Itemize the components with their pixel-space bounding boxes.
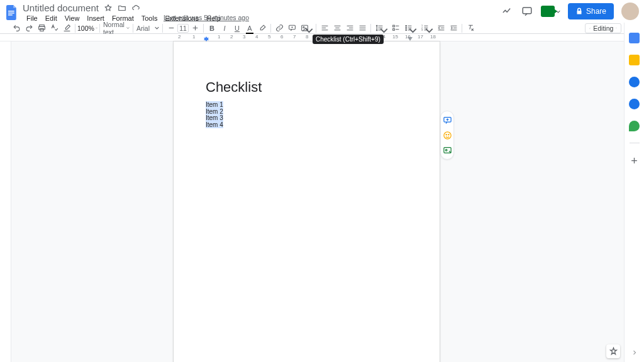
- docs-logo-icon[interactable]: [6, 5, 18, 20]
- suggest-edits-side-button[interactable]: [442, 145, 452, 155]
- svg-rect-1: [8, 13, 14, 14]
- titlebar: Untitled document File Edit View Insert …: [0, 0, 644, 21]
- ruler-tick: 5: [268, 34, 270, 40]
- svg-rect-10: [392, 25, 394, 27]
- svg-rect-11: [392, 29, 394, 31]
- share-label: Share: [586, 7, 606, 16]
- svg-point-12: [405, 25, 406, 26]
- paragraph-style-select[interactable]: Normal text: [102, 21, 131, 36]
- ruler-tick: 15: [392, 34, 398, 40]
- get-addons-button[interactable]: +: [631, 155, 638, 168]
- list-item[interactable]: Item 2: [206, 108, 223, 115]
- explore-button[interactable]: [606, 344, 620, 358]
- ruler-tick: 1: [218, 34, 220, 40]
- font-size-input[interactable]: 11: [177, 24, 189, 33]
- svg-point-23: [445, 149, 447, 151]
- editor-canvas: Checklist Item 1 Item 2 Item 3 Item 4: [0, 41, 624, 362]
- spellcheck-button[interactable]: [49, 23, 59, 33]
- document-body[interactable]: Item 1 Item 2 Item 3 Item 4: [206, 102, 223, 128]
- ruler-tick: 7: [293, 34, 296, 40]
- ruler-tick: 18: [430, 34, 436, 40]
- menu-tools[interactable]: Tools: [138, 13, 162, 23]
- svg-rect-2: [8, 14, 13, 16]
- decrease-indent-button[interactable]: [436, 23, 446, 33]
- star-icon[interactable]: [104, 4, 113, 13]
- calendar-app-icon[interactable]: [629, 33, 640, 43]
- clear-formatting-button[interactable]: [465, 23, 475, 33]
- meet-button[interactable]: [541, 6, 560, 17]
- ruler-tick: 8: [306, 34, 308, 40]
- account-avatar[interactable]: [621, 3, 639, 20]
- activity-icon[interactable]: [501, 5, 513, 18]
- underline-button[interactable]: U: [232, 23, 242, 33]
- undo-button[interactable]: [11, 23, 21, 33]
- horizontal-ruler[interactable]: 21123456789101112131415161718: [0, 34, 624, 41]
- tasks-app-icon[interactable]: [629, 77, 640, 87]
- titlebar-right: Share: [501, 3, 639, 20]
- insert-image-button[interactable]: [299, 23, 309, 33]
- list-item[interactable]: Item 3: [206, 114, 223, 121]
- page[interactable]: Checklist Item 1 Item 2 Item 3 Item 4: [174, 41, 440, 362]
- ruler-tick: 3: [243, 34, 245, 40]
- line-spacing-button[interactable]: [374, 23, 384, 33]
- increase-indent-button[interactable]: [448, 23, 458, 33]
- ruler-tick: 6: [280, 34, 283, 40]
- list-item[interactable]: Item 1: [206, 101, 223, 108]
- align-center-button[interactable]: [332, 23, 342, 33]
- keep-app-icon[interactable]: [629, 55, 640, 65]
- add-comment-side-button[interactable]: [442, 115, 452, 125]
- redo-button[interactable]: [24, 23, 34, 33]
- align-right-button[interactable]: [345, 23, 355, 33]
- svg-rect-3: [523, 8, 531, 14]
- decrease-font-size-button[interactable]: [166, 23, 176, 33]
- checklist-button[interactable]: [391, 23, 401, 33]
- italic-button[interactable]: I: [219, 23, 230, 33]
- align-justify-button[interactable]: [357, 23, 367, 33]
- increase-font-size-button[interactable]: [190, 23, 200, 33]
- page-side-tools: [440, 111, 454, 160]
- svg-point-13: [405, 28, 406, 29]
- comments-history-icon[interactable]: [521, 5, 533, 18]
- svg-point-20: [446, 134, 447, 134]
- align-left-button[interactable]: [319, 23, 330, 33]
- ruler-tick: 4: [255, 34, 258, 40]
- doc-title[interactable]: Untitled document: [23, 3, 99, 13]
- toolbar: 100% Normal text Arial 11 B I U A 123: [0, 23, 644, 34]
- cloud-status-icon[interactable]: [131, 4, 140, 13]
- editing-mode-select[interactable]: Editing: [585, 23, 621, 33]
- print-button[interactable]: [36, 23, 47, 33]
- pencil-icon: [589, 25, 591, 31]
- svg-point-19: [443, 131, 450, 138]
- ruler-tick: 2: [230, 34, 233, 40]
- bulleted-list-button[interactable]: [403, 23, 413, 33]
- svg-text:3: 3: [421, 29, 423, 31]
- text-color-button[interactable]: A: [245, 23, 255, 33]
- bold-button[interactable]: B: [207, 23, 217, 33]
- list-item[interactable]: Item 4: [206, 121, 223, 128]
- add-comment-button[interactable]: [287, 23, 297, 33]
- zoom-select[interactable]: 100%: [77, 25, 97, 32]
- hide-side-panel-button[interactable]: [630, 348, 639, 357]
- docname-row: Untitled document: [23, 3, 140, 13]
- contacts-app-icon[interactable]: [629, 99, 640, 109]
- svg-point-21: [448, 134, 448, 134]
- last-edit-link[interactable]: Last edit was 56 minutes ago: [164, 14, 249, 21]
- maps-app-icon[interactable]: [629, 121, 640, 131]
- document-heading[interactable]: Checklist: [206, 79, 262, 96]
- move-icon[interactable]: [118, 4, 126, 13]
- add-emoji-reaction-button[interactable]: [442, 130, 452, 140]
- insert-link-button[interactable]: [274, 23, 284, 33]
- ruler-tick: 17: [418, 34, 423, 40]
- share-button[interactable]: Share: [568, 3, 614, 19]
- paint-format-button[interactable]: [62, 23, 72, 33]
- highlight-color-button[interactable]: [257, 23, 267, 33]
- meet-icon: [541, 6, 555, 17]
- ruler-tick: 16: [405, 34, 411, 40]
- font-select[interactable]: Arial: [135, 25, 160, 32]
- numbered-list-button[interactable]: 123: [419, 23, 430, 33]
- svg-point-14: [405, 30, 406, 31]
- ruler-tick: 2: [178, 34, 180, 40]
- side-panel: +: [624, 23, 644, 362]
- vertical-ruler[interactable]: [0, 41, 11, 362]
- svg-rect-0: [8, 11, 14, 12]
